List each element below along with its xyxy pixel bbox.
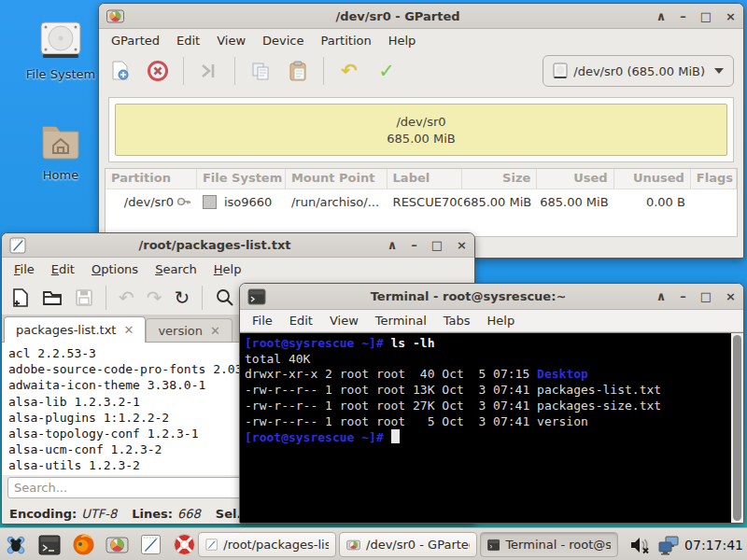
network-icon[interactable]: [657, 535, 680, 555]
menu-item[interactable]: Search: [147, 259, 205, 279]
terminal-titlebar[interactable]: Terminal - root@sysrescue:~ ∧ – □ ×: [240, 284, 743, 310]
tab-close-icon[interactable]: ✕: [210, 324, 220, 338]
editor-titlebar[interactable]: /root/packages-list.txt ∧ – □ ×: [2, 233, 474, 258]
menu-item[interactable]: Terminal: [367, 311, 435, 330]
apply-check-icon: ✓: [378, 60, 395, 82]
partition-row[interactable]: /dev/sr0 iso9660 /run/archiso/... RESCUE…: [106, 189, 737, 214]
delete-icon: [148, 61, 168, 81]
partition-table: Partition File System Mount Point Label …: [105, 168, 738, 237]
help-launcher[interactable]: [172, 533, 196, 557]
volume-muted-icon[interactable]: [629, 534, 653, 556]
menu-item[interactable]: Edit: [168, 31, 208, 50]
gparted-menubar: GPartedEditViewDevicePartitionHelp: [99, 29, 743, 52]
text-editor-launcher[interactable]: [138, 533, 162, 557]
taskbar-launchers: [4, 528, 213, 560]
column-header[interactable]: Label: [388, 169, 462, 189]
lines-label: Lines:: [132, 507, 173, 521]
terminal-body: [root@sysrescue ~]# ls -lhtotal 40Kdrwxr…: [240, 332, 743, 523]
close-icon[interactable]: ×: [457, 239, 467, 251]
menu-item[interactable]: Options: [83, 259, 147, 279]
partition-visual[interactable]: /dev/sr0 685.00 MiB: [115, 104, 727, 156]
menu-item[interactable]: Partition: [313, 31, 380, 50]
firefox-launcher[interactable]: [71, 533, 95, 557]
copy-icon: [250, 61, 271, 81]
menu-item[interactable]: File: [244, 311, 281, 330]
desktop-icon-home[interactable]: Home: [19, 119, 103, 182]
device-selector-label: /dev/sr0 (685.00 MiB): [573, 64, 705, 78]
gparted-launcher[interactable]: [105, 533, 129, 557]
tab-close-icon[interactable]: ✕: [123, 323, 134, 337]
gparted-titlebar[interactable]: /dev/sr0 - GParted ∧ – □ ×: [99, 4, 743, 29]
menu-item[interactable]: Help: [205, 259, 250, 279]
maximize-icon[interactable]: □: [700, 10, 712, 22]
toolbar-separator: [234, 57, 235, 85]
minimize-icon[interactable]: –: [411, 239, 417, 251]
lifebuoy-icon: [173, 533, 196, 556]
minimize-icon[interactable]: –: [680, 290, 686, 302]
open-folder-icon[interactable]: [42, 288, 63, 307]
save-icon[interactable]: [75, 288, 93, 307]
device-selector[interactable]: /dev/sr0 (685.00 MiB): [543, 55, 734, 87]
tab-packages-list[interactable]: packages-list.txt ✕: [4, 316, 146, 343]
column-header[interactable]: Size: [462, 169, 537, 189]
menu-item[interactable]: Help: [479, 311, 524, 330]
menu-item[interactable]: File: [6, 259, 43, 279]
apply-button[interactable]: ✓: [374, 59, 399, 83]
new-partition-button[interactable]: [108, 59, 133, 83]
toolbar-separator: [323, 57, 324, 85]
maximize-icon[interactable]: □: [700, 290, 712, 302]
task-button-terminal[interactable]: Terminal - root@s...: [480, 532, 618, 557]
text-editor-app-icon: [9, 237, 26, 254]
taskbar-tasks: /root/packages-lis... /dev/sr0 - GParted…: [198, 532, 618, 557]
terminal-launcher[interactable]: [37, 533, 62, 557]
taskbar-tray: 07:17:41: [629, 528, 745, 560]
task-button-editor[interactable]: /root/packages-lis...: [198, 532, 336, 557]
column-header[interactable]: Used: [537, 169, 613, 189]
menu-item[interactable]: Tabs: [435, 311, 479, 330]
applications-menu-button[interactable]: [4, 533, 28, 557]
column-header[interactable]: Flags: [691, 169, 737, 189]
task-button-gparted[interactable]: /dev/sr0 - GParted: [339, 532, 477, 557]
tab-version[interactable]: version ✕: [146, 318, 233, 342]
undo-icon[interactable]: ↶: [119, 288, 134, 307]
menu-item[interactable]: View: [208, 31, 254, 50]
undo-button[interactable]: ↶: [337, 59, 361, 83]
minimize-icon[interactable]: –: [680, 10, 686, 22]
paste-icon: [289, 61, 307, 81]
gparted-icon: [106, 535, 129, 555]
shade-icon[interactable]: ∧: [656, 10, 667, 22]
menu-item[interactable]: View: [321, 311, 367, 330]
search-icon[interactable]: [215, 287, 234, 307]
overview-device: /dev/sr0: [396, 115, 445, 129]
menu-item[interactable]: Device: [254, 31, 312, 50]
delete-partition-button[interactable]: [146, 59, 170, 83]
copy-button[interactable]: [248, 59, 273, 83]
close-icon[interactable]: ×: [726, 290, 736, 302]
shade-icon[interactable]: ∧: [388, 239, 398, 251]
mount-point: /run/archiso/...: [286, 195, 388, 209]
menu-item[interactable]: Edit: [281, 311, 321, 330]
redo-icon[interactable]: ↷: [147, 288, 162, 307]
clock[interactable]: 07:17:41: [684, 538, 745, 553]
menu-item[interactable]: GParted: [103, 31, 168, 50]
scrollbar-thumb[interactable]: [733, 335, 741, 521]
shade-icon[interactable]: ∧: [656, 290, 667, 302]
terminal-icon: [38, 535, 61, 555]
terminal-scrollbar[interactable]: [731, 333, 743, 523]
column-header[interactable]: Mount Point: [286, 169, 388, 189]
column-header[interactable]: Unused: [614, 169, 691, 189]
column-header[interactable]: File System: [197, 169, 286, 189]
new-document-icon[interactable]: [11, 287, 30, 308]
desktop-icon-file-system[interactable]: File System: [19, 21, 103, 81]
resize-move-button[interactable]: [197, 59, 221, 83]
window-title: /dev/sr0 - GParted: [136, 9, 659, 23]
terminal-output[interactable]: [root@sysrescue ~]# ls -lhtotal 40Kdrwxr…: [240, 333, 731, 523]
column-header[interactable]: Partition: [106, 169, 197, 189]
reload-icon[interactable]: ↻: [175, 288, 190, 307]
menu-item[interactable]: Help: [380, 31, 425, 50]
menu-item[interactable]: Edit: [43, 259, 83, 279]
maximize-icon[interactable]: □: [431, 239, 443, 251]
paste-button[interactable]: [286, 59, 310, 83]
tab-label: version: [158, 324, 203, 338]
close-icon[interactable]: ×: [726, 10, 736, 22]
